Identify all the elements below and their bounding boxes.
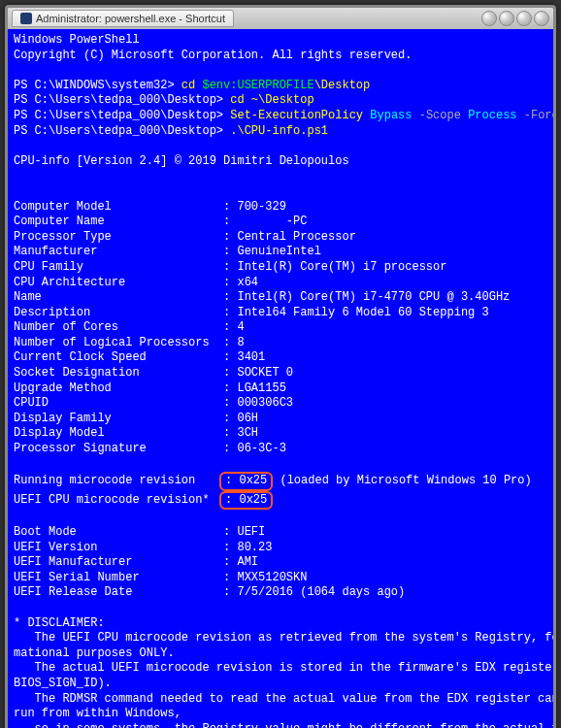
maximize-button[interactable] xyxy=(499,11,514,26)
kv-row: UEFI Release Date : 7/5/2016 (1064 days … xyxy=(14,585,547,601)
kv-row: Number of Cores : 4 xyxy=(14,320,547,336)
disclaimer-text: The actual UEFI microcode revision is st… xyxy=(14,661,547,677)
prompt: PS C:\Users\tedpa_000\Desktop> xyxy=(14,93,230,107)
redacted: XXXXXXX xyxy=(237,215,285,230)
kv-row: Display Family : 06H xyxy=(14,412,547,427)
kv-row: Boot Mode : UEFI xyxy=(14,525,547,541)
disclaimer-text: BIOS_SIGN_ID). xyxy=(14,677,547,692)
kv-row: UEFI Manufacturer : AMI xyxy=(14,555,547,571)
kv-row: Current Clock Speed : 3401 xyxy=(14,350,547,366)
kv-row: CPU Family : Intel(R) Core(TM) i7 proces… xyxy=(14,260,547,276)
highlight-box: : 0x25 xyxy=(219,491,273,511)
close-button[interactable] xyxy=(534,11,549,26)
cmd-flag: -Force xyxy=(524,109,553,122)
kv-block: Boot Mode : UEFIUEFI Version : 80.23UEFI… xyxy=(14,525,547,601)
prompt-line: PS C:\Users\tedpa_000\Desktop> Set-Execu… xyxy=(14,109,547,124)
cmd-text: cd xyxy=(182,79,203,92)
disclaimer-head: * DISCLAIMER: xyxy=(14,616,547,632)
cmd-arg: Bypass xyxy=(370,109,418,122)
microcode-row: UEFI CPU microcode revision* : 0x25 xyxy=(14,491,547,511)
kv-row: Processor Signature : 06-3C-3 xyxy=(14,442,547,457)
terminal-viewport[interactable]: Windows PowerShellCopyright (C) Microsof… xyxy=(8,29,553,728)
prompt: PS C:\WINDOWS\system32> xyxy=(14,79,182,92)
disclaimer-text: mational purposes ONLY. xyxy=(14,646,547,662)
disclaimer-text: The RDMSR command needed to read the act… xyxy=(14,692,547,708)
kv-val: 0x25 xyxy=(239,474,267,487)
kv-row: Name : Intel(R) Core(TM) i7-4770 CPU @ 3… xyxy=(14,290,547,306)
cmd-text: \Desktop xyxy=(314,79,371,92)
kv-row: CPUID : 000306C3 xyxy=(14,396,547,412)
prompt-line: PS C:\WINDOWS\system32> cd $env:USERPROF… xyxy=(14,79,547,94)
kv-row: Upgrade Method : LGA1155 xyxy=(14,381,547,397)
kv-row: Processor Type : Central Processor xyxy=(14,230,547,246)
disclaimer-text: so in some systems, the Registry value m… xyxy=(14,722,547,728)
prompt: PS C:\Users\tedpa_000\Desktop> xyxy=(14,124,230,138)
kv-extra: (loaded by Microsoft Windows 10 Pro) xyxy=(280,474,531,487)
kv-row: Description : Intel64 Family 6 Model 60 … xyxy=(14,306,547,321)
highlight-box: : 0x25 xyxy=(219,472,273,491)
prompt: PS C:\Users\tedpa_000\Desktop> xyxy=(14,109,230,122)
window-controls xyxy=(481,11,549,26)
cmd-text: Set-ExecutionPolicy xyxy=(230,109,370,122)
minimize-button[interactable] xyxy=(481,11,497,26)
help-button[interactable] xyxy=(516,11,532,26)
kv-row: Socket Designation : SOCKET 0 xyxy=(14,366,547,381)
kv-key: Running microcode revision xyxy=(14,474,223,487)
kv-row: Manufacturer : GenuineIntel xyxy=(14,245,547,260)
cmd-text: .\CPU-info.ps1 xyxy=(230,124,328,138)
cmd-flag: -Scope xyxy=(419,109,468,122)
intro-line: Windows PowerShell xyxy=(14,33,547,49)
kv-key: UEFI CPU microcode revision* xyxy=(14,493,223,507)
disclaimer-text: The UEFI CPU microcode revision as retri… xyxy=(14,631,547,646)
kv-row: Number of Logical Processors : 8 xyxy=(14,336,547,351)
titlebar[interactable]: Administrator: powershell.exe - Shortcut xyxy=(8,8,553,29)
kv-row: Computer Name : XXXXXXX-PC xyxy=(14,215,547,230)
kv-row: UEFI Serial Number : MXX5120SKN xyxy=(14,571,547,586)
kv-row: Computer Model : 700-329 xyxy=(14,200,547,215)
banner: CPU-info [Version 2.4] © 2019 Dimitri De… xyxy=(14,154,547,170)
window-title: Administrator: powershell.exe - Shortcut xyxy=(36,13,225,24)
window-frame: Administrator: powershell.exe - Shortcut… xyxy=(5,5,556,728)
cmd-arg: Process xyxy=(468,109,524,122)
window-tab[interactable]: Administrator: powershell.exe - Shortcut xyxy=(12,10,234,27)
kv-row: CPU Architecture : x64 xyxy=(14,276,547,291)
kv-row: Display Model : 3CH xyxy=(14,426,547,442)
prompt-line: PS C:\Users\tedpa_000\Desktop> .\CPU-inf… xyxy=(14,124,547,140)
env-var: $env:USERPROFILE xyxy=(202,79,314,92)
disclaimer-text: run from within Windows, xyxy=(14,707,547,722)
intro-line: Copyright (C) Microsoft Corporation. All… xyxy=(14,49,547,64)
kv-row: UEFI Version : 80.23 xyxy=(14,541,547,556)
cmd-text: cd ~\Desktop xyxy=(230,93,314,107)
prompt-line: PS C:\Users\tedpa_000\Desktop> cd ~\Desk… xyxy=(14,93,547,109)
powershell-icon xyxy=(20,13,32,24)
kv-val: 0x25 xyxy=(239,493,267,507)
kv-block: Computer Model : 700-329Computer Name : … xyxy=(14,200,547,457)
microcode-row: Running microcode revision : 0x25 (loade… xyxy=(14,472,547,491)
